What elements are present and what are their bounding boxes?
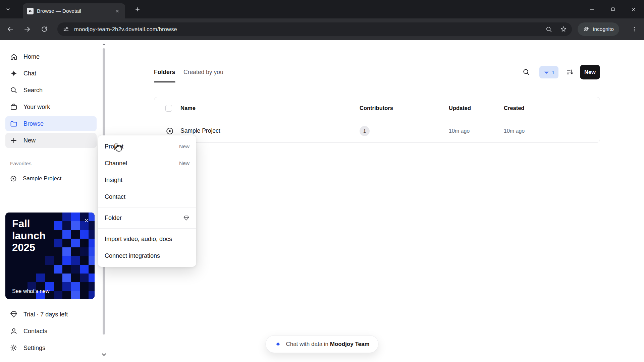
header-contributors[interactable]: Contributors [360, 105, 449, 111]
content-search-icon[interactable] [522, 68, 531, 77]
sidebar-item-label: Chat [23, 70, 36, 77]
bookmark-star-icon[interactable] [560, 25, 567, 33]
table-row[interactable]: Sample Project 1 10m ago 10m ago [154, 119, 600, 142]
tab-folders[interactable]: Folders [154, 66, 175, 78]
sidebar-item-search[interactable]: Search [5, 83, 97, 98]
header-checkbox-cell [165, 105, 180, 112]
sidebar-item-home[interactable]: Home [5, 49, 97, 64]
promo-card: Fall launch 2025 See what's new [5, 213, 95, 299]
minimize-icon[interactable] [582, 0, 602, 18]
chat-pill-prefix: Chat with data in [286, 341, 328, 347]
url-text[interactable]: moodjoy-team-2h2v.dovetail.com/browse [74, 26, 177, 33]
row-updated: 10m ago [449, 128, 504, 134]
menu-item-folder[interactable]: Folder [98, 209, 196, 226]
menu-item-badge: New [179, 160, 190, 166]
sidebar-item-your-work[interactable]: Your work [5, 100, 97, 114]
sidebar-item-new[interactable]: New [5, 133, 97, 148]
sidebar-item-contacts[interactable]: Contacts [5, 324, 97, 339]
menu-item-connect-integrations[interactable]: Connect integrations [98, 247, 196, 264]
url-bar[interactable]: moodjoy-team-2h2v.dovetail.com/browse [57, 22, 572, 36]
tab-created-by-you[interactable]: Created by you [183, 66, 223, 78]
menu-item-label: Channel [105, 160, 127, 167]
sidebar-item-label: Your work [23, 104, 50, 111]
active-tab-underline [154, 81, 175, 82]
scroll-up-icon[interactable] [102, 42, 106, 47]
sidebar-item-chat[interactable]: Chat [5, 66, 97, 81]
menu-item-import[interactable]: Import video, audio, docs [98, 231, 196, 247]
sidebar-item-label: Settings [23, 345, 45, 352]
header-name[interactable]: Name [180, 105, 360, 111]
home-icon [10, 53, 18, 61]
site-settings-icon[interactable] [63, 26, 69, 33]
sidebar-nav: Home Chat Search Your work [0, 40, 102, 148]
sidebar: Home Chat Search Your work [0, 40, 102, 362]
promo-title: Fall launch 2025 [12, 218, 57, 254]
record-icon [10, 175, 17, 182]
menu-item-channel[interactable]: Channel New [98, 155, 196, 172]
reload-icon[interactable] [39, 24, 49, 34]
menu-item-label: Import video, audio, docs [105, 236, 172, 243]
select-all-checkbox[interactable] [165, 105, 172, 112]
contributor-count-badge: 1 [360, 126, 370, 136]
sidebar-item-label: Search [23, 87, 43, 94]
zoom-icon[interactable] [545, 26, 552, 33]
sidebar-item-trial[interactable]: Trial · 7 days left [5, 307, 97, 322]
chat-with-data-pill[interactable]: Chat with data in Moodjoy Team [265, 335, 378, 353]
tab-title: Browse — Dovetail [37, 8, 110, 14]
browser-tabstrip: Browse — Dovetail [0, 0, 644, 18]
menu-item-label: Insight [105, 177, 122, 184]
sidebar-item-label: Browse [23, 120, 44, 127]
menu-item-contact[interactable]: Contact [98, 188, 196, 205]
promo-close-icon[interactable] [83, 217, 91, 225]
tab-search-chevron-icon[interactable] [3, 5, 13, 14]
folder-icon [10, 120, 18, 128]
browser-menu-kebab-icon[interactable] [629, 24, 639, 34]
sidebar-item-browse[interactable]: Browse [5, 116, 97, 131]
filter-count-badge: 1 [552, 69, 555, 75]
scroll-down-chevron-icon[interactable] [101, 351, 107, 358]
favorite-item-label: Sample Project [23, 175, 61, 182]
browser-toolbar: moodjoy-team-2h2v.dovetail.com/browse In… [0, 18, 644, 40]
sidebar-item-settings[interactable]: Settings [5, 341, 97, 355]
sidebar-item-label: New [23, 137, 36, 144]
new-menu: Project New Channel New Insight Contact … [98, 135, 196, 267]
person-icon [10, 327, 18, 335]
sidebar-footer: Trial · 7 days left Contacts Settings [0, 307, 102, 357]
row-name[interactable]: Sample Project [180, 127, 360, 134]
chat-pill-text: Chat with data in Moodjoy Team [286, 341, 369, 348]
sidebar-item-label: Home [23, 53, 40, 60]
back-icon[interactable] [5, 24, 15, 34]
table-header-row: Name Contributors Updated Created [154, 97, 600, 119]
row-contributors-cell: 1 [360, 126, 449, 136]
new-button[interactable]: New [580, 65, 600, 79]
forward-icon[interactable] [22, 24, 32, 34]
menu-item-label: Folder [105, 215, 122, 222]
sidebar-item-label: Contacts [23, 328, 47, 335]
mouse-cursor-hand [113, 142, 123, 153]
menu-item-insight[interactable]: Insight [98, 172, 196, 188]
close-window-icon[interactable] [623, 0, 644, 18]
sparkle-icon [10, 69, 18, 77]
maximize-icon[interactable] [602, 0, 623, 18]
chat-pill-team: Moodjoy Team [330, 341, 370, 347]
row-created: 10m ago [504, 128, 600, 134]
project-record-icon [165, 127, 174, 135]
plus-icon [10, 136, 18, 144]
menu-divider [98, 228, 196, 229]
screen: Browse — Dovetail [0, 0, 644, 362]
omnibox-actions [545, 22, 567, 36]
favorite-item-sample-project[interactable]: Sample Project [5, 171, 97, 186]
filter-icon [543, 69, 549, 75]
gem-icon [10, 310, 18, 318]
sort-icon[interactable] [566, 68, 575, 77]
filter-button[interactable]: 1 [539, 66, 558, 78]
gear-icon [10, 344, 18, 352]
header-created[interactable]: Created [504, 105, 600, 111]
header-updated[interactable]: Updated [449, 105, 504, 111]
browser-tab[interactable]: Browse — Dovetail [23, 3, 125, 18]
gem-icon [183, 215, 190, 221]
promo-cta-link[interactable]: See what's new [12, 288, 50, 294]
new-tab-button[interactable] [133, 5, 142, 14]
favorites-heading: Favorites [10, 161, 102, 167]
tab-close-icon[interactable] [114, 7, 121, 15]
